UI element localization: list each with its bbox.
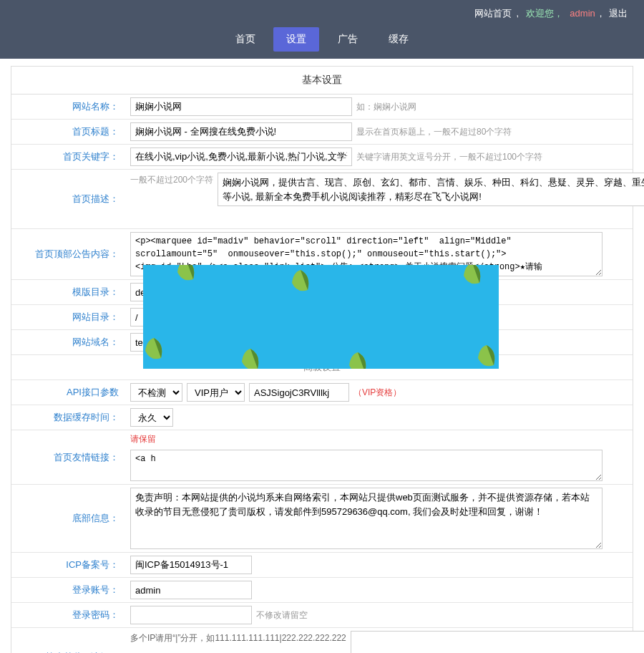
notice-textarea[interactable]: <p><marquee id="madiv" behavior="scroll"… [130, 232, 602, 276]
logout-link[interactable]: 退出 [609, 8, 628, 19]
panel-title: 基本设置 [11, 67, 633, 95]
home-link[interactable]: 网站首页 [474, 8, 512, 19]
label-footer-info: 底部信息： [11, 485, 126, 552]
home-title-input[interactable] [130, 122, 352, 141]
header: 网站首页, 欢迎您， admin, 退出 首页 设置 广告 缓存 [0, 0, 644, 59]
label-cache: 数据缓存时间： [11, 405, 126, 430]
template-select[interactable]: 经典版 [185, 283, 237, 301]
label-block-ip: 禁止某些IP访问： [11, 628, 126, 653]
icp-input[interactable] [130, 556, 252, 574]
label-site-dir: 网站目录： [11, 305, 126, 329]
domain-input[interactable] [130, 333, 252, 352]
nav-ads[interactable]: 广告 [325, 27, 371, 52]
password-hint: 不修改请留空 [256, 609, 308, 621]
site-dir-input[interactable] [130, 308, 252, 326]
links-textarea[interactable]: <a h [130, 450, 602, 481]
home-title-hint: 显示在首页标题上，一般不超过80个字符 [356, 126, 512, 138]
login-input[interactable] [130, 581, 252, 599]
label-login: 登录账号： [11, 578, 126, 602]
label-icp: ICP备案号： [11, 553, 126, 577]
keywords-hint: 关键字请用英文逗号分开，一般不超过100个字符 [356, 151, 542, 163]
cache-select[interactable]: 永久 [130, 408, 173, 427]
nav-cache[interactable]: 缓存 [376, 27, 421, 52]
label-api: API接口参数 [11, 380, 126, 405]
label-home-title: 首页标题： [11, 120, 126, 144]
admin-name: admin [570, 8, 595, 19]
footer-info-textarea[interactable]: 免责声明：本网站提供的小说均系来自网络索引，本网站只提供web页面测试服务，并不… [130, 488, 602, 549]
settings-panel: 基本设置 网站名称： 如：娴娴小说网 首页标题： 显示在首页标题上，一般不超过8… [11, 66, 633, 653]
label-links: 首页友情链接： [11, 430, 126, 484]
label-password: 登录密码： [11, 603, 126, 627]
password-input[interactable] [130, 606, 252, 624]
header-top: 网站首页, 欢迎您， admin, 退出 [0, 0, 644, 27]
label-domain: 网站域名： [11, 330, 126, 354]
welcome-text: 欢迎您， [526, 8, 563, 19]
block-ip-textarea[interactable] [351, 631, 644, 653]
keywords-input[interactable] [130, 147, 352, 166]
api-check-select[interactable]: 不检测 [130, 383, 182, 402]
label-keywords: 首页关键字： [11, 145, 126, 169]
label-site-name: 网站名称： [11, 95, 126, 119]
label-notice: 首页顶部公告内容： [11, 229, 126, 279]
label-description: 首页描述： [11, 170, 126, 228]
site-name-hint: 如：娴娴小说网 [356, 101, 416, 113]
description-textarea[interactable]: 娴娴小说网，提供古言、现言、原创、玄幻、都市、言情、娱乐、种田、科幻、悬疑、灵异… [218, 173, 644, 206]
block-ip-hint: 多个IP请用“|”分开，如111.111.111.111|222.222.222… [130, 631, 346, 653]
nav: 首页 设置 广告 缓存 [0, 27, 644, 59]
description-hint: 一般不超过200个字符 [130, 173, 213, 226]
nav-settings[interactable]: 设置 [273, 27, 319, 52]
api-key-input[interactable] [249, 383, 349, 402]
links-warn: 请保留 [130, 433, 156, 445]
site-name-input[interactable] [130, 97, 352, 116]
nav-home[interactable]: 首页 [223, 27, 268, 52]
label-template: 模版目录： [11, 280, 126, 304]
api-hint: （VIP资格） [353, 387, 401, 399]
site-dir-hint: 根目录请填写 / ，子目录请填写如：/xx/ [256, 311, 406, 324]
api-user-select[interactable]: VIP用户 [187, 383, 245, 402]
section-advanced: 高级设置 [11, 355, 633, 380]
template-input[interactable] [130, 283, 180, 301]
template-hint: 模板存放在view目录下，默认：default [241, 286, 387, 299]
